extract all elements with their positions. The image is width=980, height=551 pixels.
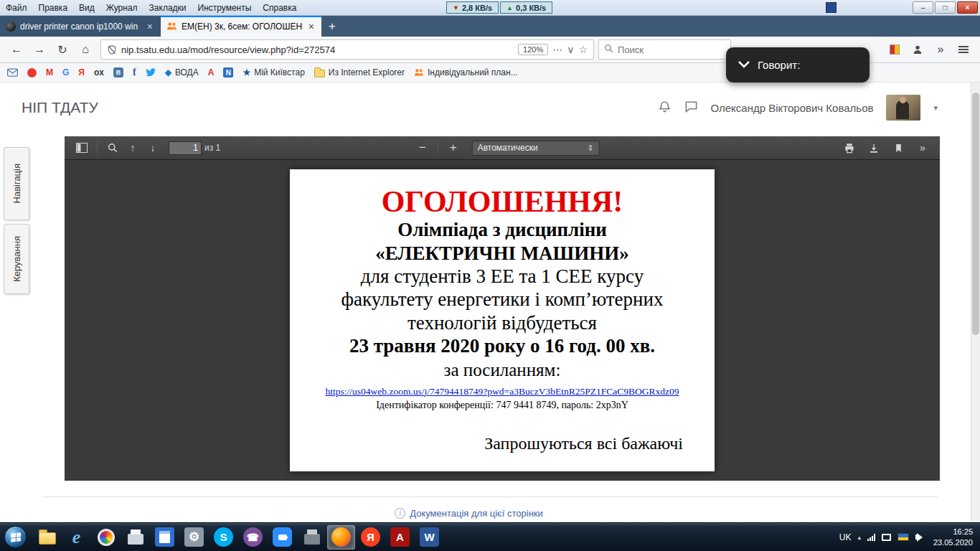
download-icon[interactable]: [864, 138, 884, 157]
messages-icon[interactable]: [684, 100, 698, 116]
site-brand[interactable]: НІП ТДАТУ: [22, 99, 98, 116]
announcement-title: ОГОЛОШЕННЯ!: [290, 185, 715, 218]
url-bar[interactable]: 120% ⋯ ∨ ☆: [100, 39, 594, 60]
menu-bookmarks[interactable]: Закладки: [143, 0, 192, 15]
show-hidden-icons-caret[interactable]: ▴: [857, 534, 861, 541]
bookmark-voda[interactable]: ◆ ВОДА: [165, 67, 199, 77]
minimize-button[interactable]: –: [913, 1, 933, 14]
menu-view[interactable]: Вид: [73, 0, 100, 15]
ukraine-flag-icon[interactable]: [897, 533, 909, 541]
scrollbar-thumb[interactable]: [972, 93, 979, 335]
bookmark-folder-ie[interactable]: Из Internet Explorer: [314, 67, 405, 77]
zoom-out-icon[interactable]: −: [413, 138, 433, 157]
find-in-document-icon[interactable]: [103, 138, 123, 157]
taskbar-skype[interactable]: S: [209, 525, 237, 550]
bookmark-yandex-mail[interactable]: [27, 68, 37, 77]
signal-bars-icon[interactable]: [867, 534, 875, 541]
zoom-in-icon[interactable]: +: [443, 138, 463, 157]
zoom-speaking-overlay[interactable]: Говорит:: [726, 47, 870, 83]
bookmark-mail[interactable]: [7, 68, 18, 77]
bookmark-olx[interactable]: ox: [94, 68, 104, 77]
dock-block-navigation[interactable]: Навігація: [4, 147, 29, 220]
network-monitor-icon[interactable]: [882, 534, 891, 541]
search-bar[interactable]: [598, 39, 731, 60]
current-view-bookmark-icon[interactable]: [888, 138, 908, 157]
taskbar-printer[interactable]: [121, 525, 149, 550]
taskbar-acrobat[interactable]: A: [386, 525, 414, 550]
layout-flag-icon[interactable]: [884, 39, 905, 60]
overflow-menu-icon[interactable]: »: [930, 39, 951, 60]
tray-app-icon[interactable]: [826, 2, 837, 13]
back-button[interactable]: ←: [6, 39, 27, 60]
taskbar-calculator[interactable]: [151, 525, 179, 550]
user-menu-caret-icon[interactable]: ▾: [933, 103, 938, 113]
sidebar-toggle-icon[interactable]: [72, 138, 92, 157]
taskbar-explorer[interactable]: [33, 525, 61, 550]
chevron-down-icon[interactable]: [738, 59, 750, 71]
home-button[interactable]: ⌂: [75, 39, 96, 60]
bookmark-google[interactable]: G: [62, 68, 69, 77]
bookmark-twitter[interactable]: [146, 68, 156, 77]
bookmark-kyivstar[interactable]: ★ Мій Київстар: [242, 67, 304, 77]
page-documentation-link[interactable]: i Документація для цієї сторінки: [0, 508, 938, 519]
more-tools-icon[interactable]: »: [913, 138, 933, 157]
menu-tools[interactable]: Инструменты: [192, 0, 258, 15]
page-zoom-badge[interactable]: 120%: [518, 44, 548, 55]
print-icon[interactable]: [839, 138, 859, 157]
taskbar-word[interactable]: W: [415, 525, 443, 550]
page-actions-icon[interactable]: ⋯: [552, 44, 562, 55]
bookmark-a-site[interactable]: А: [208, 68, 215, 77]
bookmark-star-icon[interactable]: ☆: [578, 44, 588, 55]
user-name[interactable]: Олександр Вікторович Ковальов: [711, 102, 874, 114]
notifications-bell-icon[interactable]: [658, 100, 672, 116]
menu-help[interactable]: Справка: [257, 0, 302, 15]
menu-history[interactable]: Журнал: [100, 0, 143, 15]
start-button[interactable]: [4, 526, 27, 548]
taskbar-viber[interactable]: ☎: [239, 525, 267, 550]
speaker-icon[interactable]: [915, 533, 927, 542]
menu-file[interactable]: Файл: [0, 0, 33, 15]
next-page-icon[interactable]: ↓: [143, 138, 163, 157]
taskbar-utility[interactable]: ⚙: [180, 525, 208, 550]
bookmark-facebook[interactable]: f: [133, 67, 136, 77]
taskbar-clock[interactable]: 16:25 23.05.2020: [933, 527, 973, 548]
tab-driver-printer[interactable]: driver printer canon ip1000 win ×: [0, 16, 161, 37]
taskbar-yandex-browser[interactable]: Я: [357, 525, 385, 550]
new-tab-button[interactable]: +: [321, 16, 343, 37]
reload-button[interactable]: ↻: [52, 39, 73, 60]
search-input[interactable]: [618, 44, 725, 55]
maximize-button[interactable]: □: [935, 1, 956, 14]
taskbar-firefox-active[interactable]: [327, 525, 355, 550]
account-icon[interactable]: [907, 39, 928, 60]
zoom-meeting-link[interactable]: https://us04web.zoom.us/j/74794418749?pw…: [290, 386, 715, 397]
bookmark-gmail[interactable]: M: [46, 68, 53, 77]
announcement-datetime: 23 травня 2020 року о 16 год. 00 хв.: [290, 334, 715, 357]
taskbar-internet-explorer[interactable]: e: [62, 525, 90, 550]
user-avatar[interactable]: [886, 95, 920, 121]
bookmark-n-site[interactable]: N: [223, 67, 233, 77]
bookmark-vk[interactable]: В: [113, 67, 123, 77]
pocket-icon[interactable]: ∨: [567, 44, 574, 55]
dock-block-administration[interactable]: Керування: [4, 224, 29, 294]
tab1-close-icon[interactable]: ×: [146, 21, 154, 32]
page-scrollbar[interactable]: [971, 83, 980, 522]
bookmark-individual-plan[interactable]: Індивідуальний план...: [414, 67, 518, 77]
previous-page-icon[interactable]: ↑: [123, 138, 143, 157]
menu-edit[interactable]: Правка: [33, 0, 74, 15]
tracking-shield-icon[interactable]: [107, 44, 117, 55]
app-menu-icon[interactable]: [953, 39, 974, 60]
page-number-input[interactable]: [169, 141, 202, 155]
close-button[interactable]: ×: [957, 1, 978, 14]
tab-moodle-announcement[interactable]: ЕМ(ЕН) 3к, 6сем: ОГОЛОШЕНН ×: [161, 16, 321, 37]
forward-button[interactable]: →: [29, 39, 50, 60]
url-input[interactable]: [121, 44, 514, 55]
pdf-canvas[interactable]: ОГОЛОШЕННЯ! Олімпіада з дисципліни «ЕЛЕК…: [65, 160, 940, 481]
taskbar-fax[interactable]: [298, 525, 326, 550]
zoom-select[interactable]: Автоматически ⇕: [472, 141, 600, 156]
tab2-close-icon[interactable]: ×: [307, 21, 316, 32]
bookmark-yandex[interactable]: Я: [78, 68, 85, 77]
select-arrows-icon: ⇕: [588, 143, 594, 153]
taskbar-zoom[interactable]: [268, 525, 296, 550]
taskbar-paint[interactable]: [92, 525, 120, 550]
language-indicator[interactable]: UK: [839, 532, 852, 542]
